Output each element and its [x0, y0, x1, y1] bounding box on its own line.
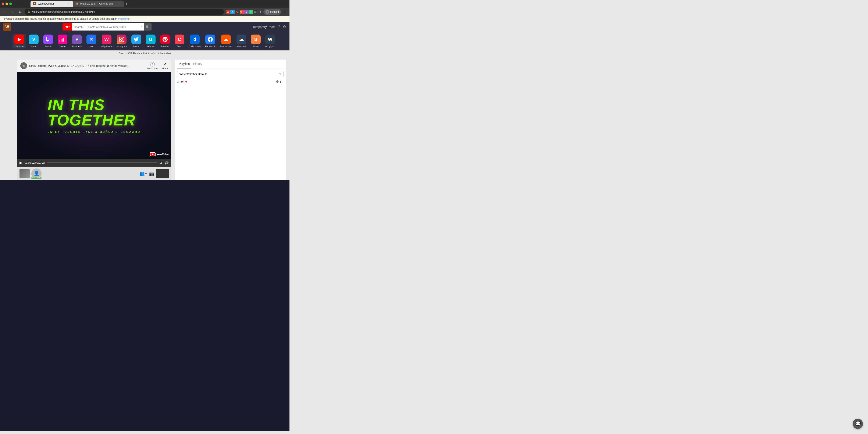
gfycat-icon: G	[146, 35, 156, 44]
close-button[interactable]	[2, 3, 4, 5]
facebook-icon	[205, 35, 215, 44]
tab-title-2: Watch2Gether – Chrome Web S…	[80, 2, 116, 5]
tab-close-2[interactable]: ×	[118, 2, 121, 5]
mixer-icon: ✕	[87, 35, 96, 44]
youtube-label: Youtube	[15, 45, 24, 48]
tab-watch2gether[interactable]: W Watch2Gether ×	[31, 1, 73, 7]
warning-link[interactable]: (more info)	[118, 18, 130, 20]
source-instagram[interactable]: Instagram	[115, 34, 129, 49]
ext-icon-7[interactable]: NP	[254, 10, 258, 14]
source-w2gshorts[interactable]: W W2gShorts	[99, 34, 114, 49]
gfycat-label: Gfycat	[147, 45, 154, 48]
maximize-button[interactable]	[9, 3, 12, 5]
soundcloud-icon: ☁	[221, 35, 231, 44]
new-tab-button[interactable]: +	[124, 2, 129, 6]
video-settings-button[interactable]: ⚙	[159, 161, 162, 165]
dailymotion-label: Dailymotion	[189, 45, 201, 48]
address-bar: ‹ › ↻ 🔒 watch2gether.com/rooms/8oeasnod4…	[0, 8, 289, 16]
minimize-button[interactable]	[5, 3, 8, 5]
instagram-icon	[117, 35, 126, 44]
vimeo-label: Vimeo	[31, 45, 37, 48]
tabs-bar: W Watch2Gether × W Watch2Gether – Chrome…	[13, 1, 144, 7]
tab-playlists[interactable]: Playlists	[177, 60, 191, 68]
w2gsync-label: W2gSync	[265, 45, 275, 48]
yt-logo	[150, 152, 156, 156]
search-clear-button[interactable]: ×	[140, 25, 144, 29]
sidebar: Playlists History Watch2Gether Default ≡…	[175, 60, 286, 180]
settings-button[interactable]: ⚙	[283, 25, 286, 29]
ext-icon-2[interactable]: ★	[230, 10, 235, 14]
twitter-label: Twitter	[133, 45, 140, 48]
back-button[interactable]: ‹	[2, 9, 8, 15]
playlist-skip-button[interactable]: ⏭	[280, 80, 283, 84]
ext-icon-8[interactable]: ⬇	[258, 10, 262, 14]
mini-video-preview	[156, 169, 169, 178]
search-submit-button[interactable]: 🔍	[144, 23, 152, 31]
profile-label: Paused	[270, 10, 279, 13]
ext-icon-1[interactable]: W	[226, 10, 230, 14]
volume-button[interactable]: 🔊	[164, 161, 169, 165]
source-twitch[interactable]: Twitch	[41, 34, 55, 49]
video-text-line2: TOGETHER	[48, 113, 141, 128]
search-bar: ▶ ▾ × 🔍	[63, 23, 152, 31]
tab-history[interactable]: History	[191, 60, 204, 68]
source-pinterest[interactable]: Pinterest	[158, 34, 172, 49]
source-w2gsync[interactable]: W W2gSync	[264, 34, 277, 49]
playlist-selector[interactable]: Watch2Gether Default	[177, 71, 283, 77]
twitch-label: Twitch	[45, 45, 52, 48]
source-youtube[interactable]: ▶ Youtube	[12, 34, 26, 49]
video-title: Emily Roberts, Pyke & Muñoz, STENGAARD -…	[29, 64, 144, 67]
app-logo: W	[3, 23, 11, 31]
source-selector-button[interactable]: ▶ ▾	[63, 23, 72, 31]
url-bar[interactable]: 🔒 watch2gether.com/rooms/8oeasnod4pdrhh8…	[25, 9, 224, 15]
playlist-toolbar: ≡ ⇄ ♥ ⚙ ⏭	[175, 80, 286, 85]
tab-close-1[interactable]: ×	[67, 2, 70, 5]
add-participant-button[interactable]: 👥+	[140, 171, 147, 176]
below-video: 👤 UCLAREM 👥+ 📷	[17, 167, 171, 180]
extension-icons: W ★ 🔖 W+ V P NP ⬇	[226, 10, 262, 14]
share-button[interactable]: ↗ Share	[162, 62, 168, 70]
forward-button[interactable]: ›	[9, 9, 15, 15]
ext-icon-5[interactable]: V	[244, 10, 249, 14]
video-top-bar: E Emily Roberts, Pyke & Muñoz, STENGAARD…	[17, 60, 171, 72]
search-input[interactable]	[72, 23, 140, 31]
room-name: Temporary Room	[253, 25, 276, 29]
warning-bar: If you are experiencing issues loading Y…	[0, 16, 289, 22]
user-avatar-container: 👤 UCLAREM	[31, 168, 41, 179]
progress-bar[interactable]	[47, 162, 157, 163]
source-soundcloud[interactable]: ☁ Soundcloud	[218, 34, 234, 49]
tab-chromestore[interactable]: W Watch2Gether – Chrome Web S… ×	[73, 1, 124, 7]
source-gfycat[interactable]: G Gfycat	[144, 34, 157, 49]
facebook-label: Facebook	[205, 45, 215, 48]
svg-rect-2	[62, 38, 63, 41]
source-mixcloud[interactable]: ☁ Mixcloud	[235, 34, 248, 49]
more-button[interactable]: ⋮	[282, 9, 288, 15]
play-button[interactable]: ▶	[20, 160, 23, 165]
camera-button[interactable]: 📷	[149, 171, 154, 176]
playlist-gear-button[interactable]: ⚙	[276, 80, 279, 84]
source-slides[interactable]: S Slides	[249, 34, 262, 49]
shuffle-button[interactable]: ⇄	[181, 80, 184, 84]
skip-icon: ⏭	[280, 80, 283, 84]
ext-icon-6[interactable]: P	[249, 10, 253, 14]
ext-icon-3[interactable]: 🔖	[235, 10, 239, 14]
source-dailymotion[interactable]: d Dailymotion	[187, 34, 203, 49]
source-facebook[interactable]: Facebook	[204, 34, 217, 49]
watch-later-button[interactable]: 🕐 Watch later	[147, 62, 158, 70]
source-coub[interactable]: C Coub	[173, 34, 186, 49]
browser-actions: W ★ 🔖 W+ V P NP ⬇ 👤 Paused ⋮	[226, 9, 288, 15]
favorites-button[interactable]: ♥	[185, 80, 187, 84]
reload-button[interactable]: ↻	[17, 9, 23, 15]
list-view-button[interactable]: ≡	[177, 80, 179, 84]
source-mixer[interactable]: ✕ Mixer	[85, 34, 98, 49]
source-vimeo[interactable]: V Vimeo	[27, 34, 40, 49]
source-twitter[interactable]: Twitter	[129, 34, 143, 49]
profile-button[interactable]: 👤 Paused	[264, 9, 281, 15]
ext-icon-4[interactable]: W+	[240, 10, 244, 14]
avatar-letter: E	[23, 64, 25, 67]
video-player[interactable]: IN THIS TOGETHER EMILY ROBERTS PYKE & MU…	[17, 72, 171, 159]
source-deezer[interactable]: Deezer	[56, 34, 69, 49]
share-label: Share	[162, 67, 168, 70]
source-podcasts[interactable]: P Podcasts	[70, 34, 84, 49]
help-button[interactable]: ?	[278, 25, 280, 29]
